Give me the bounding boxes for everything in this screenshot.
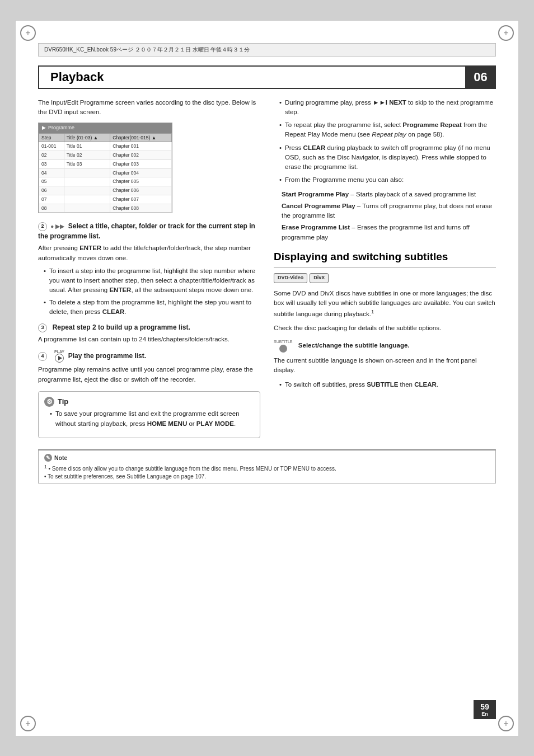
tip-label: Tip <box>58 396 68 407</box>
programme-title: Programme <box>48 124 74 132</box>
step2-bullet-2: To delete a step from the programme list… <box>44 298 260 317</box>
right-bullet-4: From the Programme menu you can also: <box>279 175 496 185</box>
badge-divx: DivX <box>310 273 329 283</box>
tip-box: ⚙ Tip To save your programme list and ex… <box>38 391 260 438</box>
note-icon: ✎ <box>44 454 52 462</box>
tip-gear-icon: ⚙ <box>44 397 54 407</box>
step4-heading: Play the programme list. <box>68 352 146 360</box>
table-row: 07Chapter 007 <box>39 195 172 204</box>
note-text-2: • To set subtitle preferences, see Subti… <box>44 473 490 480</box>
programme-menu-items: Start Programme Play – Starts playback o… <box>274 190 496 242</box>
note-label: Note <box>54 454 67 461</box>
intro-text: The Input/Edit Programme screen varies a… <box>38 98 260 118</box>
page-number: 59 <box>479 702 490 711</box>
subtitle-select-row: SUBTITLE Select/change the subtitle lang… <box>274 339 496 353</box>
programme-table: Step Title (01-03) ▲ Chapter(001-015) ▲ … <box>39 133 172 213</box>
step2-detail: After pressing ENTER to add the title/ch… <box>38 243 260 263</box>
menu-item-erase: Erase Programme List – Erases the progra… <box>282 223 496 242</box>
step3-detail: A programme list can contain up to 24 ti… <box>38 335 260 344</box>
right-column: During programme play, press ►►I NEXT to… <box>274 98 496 438</box>
subtitle-detail: The current subtitle language is shown o… <box>274 356 496 375</box>
step2-label: 2 ● ▶▶ Select a title, chapter, folder o… <box>38 221 260 241</box>
step3-heading: Repeat step 2 to build up a programme li… <box>53 323 190 331</box>
subtitle-icon: SUBTITLE <box>274 339 292 353</box>
subtitle-superscript: 1 <box>371 308 374 314</box>
badge-dvd-video: DVD-Video <box>274 273 307 283</box>
page-number-box: 59 En <box>474 700 496 719</box>
page-en: En <box>479 711 490 717</box>
play-icon: PLAY <box>54 350 64 363</box>
section-title: Playback <box>50 70 104 84</box>
play-circle <box>55 354 64 363</box>
step4-number: 4 <box>38 352 47 361</box>
format-badges: DVD-Video DivX <box>274 273 496 283</box>
section-header: Playback 06 <box>38 65 496 89</box>
left-column: The Input/Edit Programme screen varies a… <box>38 98 260 438</box>
col-chapter: Chapter(001-015) ▲ <box>110 133 172 142</box>
table-row: 01-001Title 01Chapter 001 <box>39 142 172 151</box>
programme-title-bar: ▶ Programme <box>39 123 172 133</box>
content-columns: The Input/Edit Programme screen varies a… <box>38 98 496 438</box>
step2-heading: Select a title, chapter, folder or track… <box>38 222 255 240</box>
page: DVR650HK_KC_EN.book 59ページ ２００７年２月２１日 水曜日… <box>15 20 519 736</box>
step4-label: 4 PLAY Play the programme list. <box>38 350 260 363</box>
table-row: 08Chapter 008 <box>39 204 172 213</box>
corner-tl <box>20 25 36 41</box>
corner-br <box>498 716 514 731</box>
subtitle-select-label: Select/change the subtitle language. <box>298 342 410 349</box>
subtitle-bullet-1: To switch off subtitles, press SUBTITLE … <box>279 380 496 389</box>
menu-item-start: Start Programme Play – Starts playback o… <box>282 190 496 199</box>
programme-icon: ▶ <box>42 124 46 132</box>
table-row: 02Title 02Chapter 002 <box>39 151 172 160</box>
step3-number: 3 <box>38 323 47 332</box>
corner-tr <box>498 25 514 41</box>
note-text-1: 1 • Some discs only allow you to change … <box>44 464 490 472</box>
subtitle-bullets: To switch off subtitles, press SUBTITLE … <box>274 380 496 389</box>
section-number: 06 <box>474 70 487 84</box>
col-title: Title (01-03) ▲ <box>64 133 110 142</box>
table-row: 04Chapter 004 <box>39 168 172 177</box>
step4-detail: Programme play remains active until you … <box>38 365 260 384</box>
tip-bullets: To save your programme list and exit the… <box>44 409 254 429</box>
section-title-box: Playback <box>38 65 465 89</box>
corner-bl <box>20 716 36 731</box>
table-row: 06Chapter 006 <box>39 186 172 195</box>
right-bullet-1: During programme play, press ►►I NEXT to… <box>279 98 496 118</box>
subtitle-para1: Some DVD and DivX discs have subtitles i… <box>274 289 496 320</box>
table-row: 03Title 03Chapter 003 <box>39 159 172 168</box>
enter-icon-label: ● ▶▶ <box>50 223 64 229</box>
right-top-bullets: During programme play, press ►►I NEXT to… <box>274 98 496 185</box>
right-bullet-3: Press CLEAR during playback to switch of… <box>279 143 496 172</box>
note-box: ✎ Note 1 • Some discs only allow you to … <box>38 449 496 483</box>
subtitle-circle <box>279 345 287 353</box>
menu-item-cancel: Cancel Programme Play – Turns off progra… <box>282 201 496 221</box>
subtitle-para2: Check the disc packaging for details of … <box>274 323 496 333</box>
col-step: Step <box>39 133 64 142</box>
step2-number: 2 <box>38 222 47 231</box>
right-bullet-2: To repeat play the programme list, selec… <box>279 120 496 140</box>
step2-bullet-1: To insert a step into the programme list… <box>44 266 260 295</box>
section-number-box: 06 <box>465 65 496 89</box>
table-row: 05Chapter 005 <box>39 177 172 186</box>
step2-bullets: To insert a step into the programme list… <box>38 266 260 317</box>
note-header: ✎ Note <box>44 454 490 462</box>
subtitle-section-title: Displaying and switching subtitles <box>274 249 496 268</box>
tip-header: ⚙ Tip <box>44 396 254 407</box>
play-triangle <box>58 356 62 360</box>
programme-screen-mockup: ▶ Programme Step Title (01-03) ▲ Chapter… <box>38 123 172 213</box>
tip-bullet-1: To save your programme list and exit the… <box>50 409 254 429</box>
header-bar: DVR650HK_KC_EN.book 59ページ ２００７年２月２１日 水曜日… <box>38 43 496 57</box>
step3-label: 3 Repeat step 2 to build up a programme … <box>38 322 260 332</box>
